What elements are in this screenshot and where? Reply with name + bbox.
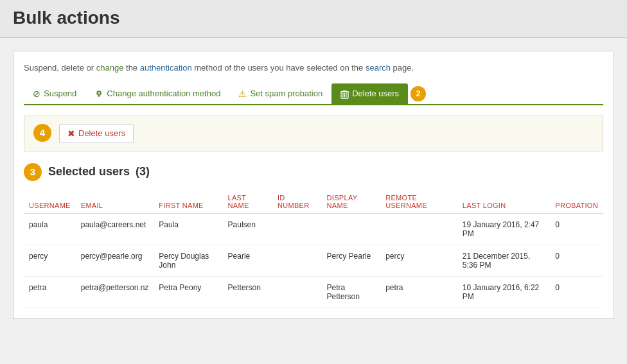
cell-display_name: Percy Pearle — [322, 245, 381, 276]
tab-delete-users[interactable]: Delete users — [331, 83, 408, 104]
tab-spam-probation[interactable]: ⚠ Set spam probation — [229, 83, 331, 104]
cell-last_login: 19 January 2016, 2:47 PM — [457, 213, 550, 245]
description-text: Suspend, delete or change the authentica… — [24, 62, 603, 74]
cell-email: percy@pearle.org — [76, 245, 154, 276]
tab-delete-label: Delete users — [352, 89, 399, 98]
cell-probation: 0 — [550, 245, 603, 276]
cell-probation: 0 — [550, 213, 603, 245]
action-tabs: ⊘ Suspend Change authentication method ⚠… — [24, 83, 603, 105]
delete-users-confirm-label: Delete users — [78, 128, 125, 138]
col-probation: PROBATION — [550, 190, 603, 214]
users-table: USERNAME EMAIL FIRST NAME LAST NAME ID N… — [24, 190, 603, 308]
cell-id_number — [272, 213, 322, 245]
cell-first_name: Percy Douglas John — [154, 245, 222, 276]
tab-spam-label: Set spam probation — [250, 89, 322, 98]
cell-username: percy — [24, 245, 76, 276]
action-panel: 4 ✖ Delete users — [24, 116, 603, 152]
tab-change-auth[interactable]: Change authentication method — [85, 83, 229, 104]
cell-last_name: Pearle — [223, 245, 272, 276]
cell-display_name — [322, 213, 381, 245]
cell-email: petra@petterson.nz — [76, 276, 154, 308]
table-row: petrapetra@petterson.nzPetra PeonyPetter… — [24, 276, 603, 308]
cell-remote_username — [380, 213, 457, 245]
table-row: percypercy@pearle.orgPercy Douglas JohnP… — [24, 245, 603, 276]
cell-last_login: 21 December 2015, 5:36 PM — [457, 245, 550, 276]
cell-last_login: 10 January 2016, 6:22 PM — [457, 276, 550, 308]
svg-rect-1 — [98, 94, 100, 97]
cell-email: paula@careers.net — [76, 213, 154, 245]
cell-id_number — [272, 276, 322, 308]
step-3-badge: 3 — [24, 163, 42, 181]
cell-username: petra — [24, 276, 76, 308]
col-remote-username: REMOTE USERNAME — [380, 190, 457, 214]
page-header: Bulk actions — [0, 0, 627, 38]
col-first-name: FIRST NAME — [154, 190, 222, 214]
tab-suspend[interactable]: ⊘ Suspend — [24, 83, 85, 104]
cell-last_name: Paulsen — [223, 213, 272, 245]
warning-icon: ⚠ — [238, 89, 247, 99]
main-content: Suspend, delete or change the authentica… — [13, 51, 614, 319]
step-4-badge: 4 — [33, 124, 51, 142]
col-email: EMAIL — [76, 190, 154, 214]
col-display-name: DISPLAY NAME — [322, 190, 381, 214]
svg-point-2 — [98, 92, 100, 94]
col-last-name: LAST NAME — [223, 190, 272, 214]
suspend-icon: ⊘ — [33, 89, 40, 99]
cell-last_name: Petterson — [223, 276, 272, 308]
page-title: Bulk actions — [13, 8, 614, 28]
cell-probation: 0 — [550, 276, 603, 308]
tab-suspend-label: Suspend — [44, 89, 76, 98]
cell-remote_username: percy — [380, 245, 457, 276]
cell-remote_username: petra — [380, 276, 457, 308]
cell-first_name: Petra Peony — [154, 276, 222, 308]
col-username: USERNAME — [24, 190, 76, 214]
change-auth-icon — [94, 89, 103, 99]
col-id-number: ID NUMBER — [272, 190, 322, 214]
selected-users-title: Selected users (3) — [48, 165, 150, 178]
cell-username: paula — [24, 213, 76, 245]
cell-display_name: Petra Petterson — [322, 276, 381, 308]
tab-badge: 2 — [411, 86, 426, 101]
delete-users-confirm-button[interactable]: ✖ Delete users — [59, 124, 134, 143]
table-row: paulapaula@careers.netPaulaPaulsen19 Jan… — [24, 213, 603, 245]
trash-icon — [340, 89, 349, 99]
tab-change-auth-label: Change authentication method — [107, 89, 220, 98]
cell-first_name: Paula — [154, 213, 222, 245]
delete-x-icon: ✖ — [67, 128, 75, 139]
cell-id_number — [272, 245, 322, 276]
col-last-login: LAST LOGIN — [457, 190, 550, 214]
selected-users-section: 3 Selected users (3) USERNAME EMAIL FIRS… — [24, 163, 603, 308]
